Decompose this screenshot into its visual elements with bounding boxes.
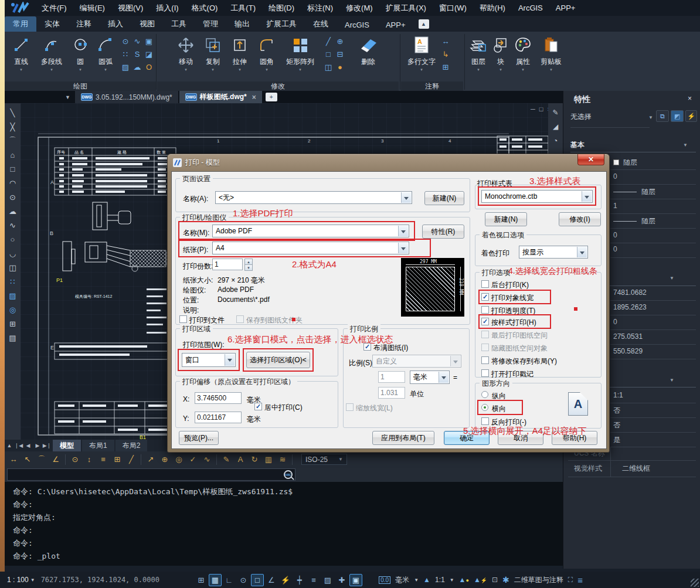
line-button[interactable]: 直线▾ [8, 34, 34, 72]
prop-geom-value[interactable]: 7481.0682 [613, 288, 647, 297]
scale-dropdown-icon[interactable]: ▼ [30, 577, 35, 583]
scale-denominator-input[interactable] [378, 387, 405, 399]
document-tab-2-active[interactable]: DWG 样板图纸.dwg* × [179, 91, 262, 103]
spline-tool-icon[interactable]: ∿ [9, 218, 16, 232]
dialog-close-button[interactable]: ✕ [577, 154, 604, 165]
sketch-icon[interactable]: S [131, 47, 143, 60]
erase-button[interactable]: 删除 [354, 34, 382, 67]
menu-draw[interactable]: 绘图(D) [262, 3, 301, 13]
chevron-down-icon[interactable]: ▼ [450, 577, 454, 583]
scale-numerator-input[interactable] [378, 371, 405, 383]
text-tool-icon[interactable]: ▤ [9, 331, 16, 345]
rect-array-button[interactable]: 矩形阵列▾ [280, 34, 320, 72]
prop-geom-value[interactable]: 275.0531 [613, 332, 643, 341]
stretch-button[interactable]: 拉伸▾ [227, 34, 252, 72]
copies-input[interactable] [212, 259, 243, 270]
selection-dropdown[interactable]: 无选择 [570, 112, 592, 122]
prop-lineweight-value[interactable]: 随层 [641, 216, 655, 226]
offset-y-input[interactable] [195, 412, 242, 423]
background-plot-checkbox[interactable] [481, 280, 489, 288]
dim-linear-icon[interactable]: ↔ [7, 455, 20, 464]
trim-icon[interactable]: ╱ [322, 35, 334, 47]
new-tab-icon[interactable]: + [266, 93, 277, 101]
properties-button[interactable]: 属性▾ [511, 34, 535, 72]
ribbon-tab-arcgis[interactable]: ArcGIS [337, 18, 378, 32]
ortho-toggle-icon[interactable]: ∟ [223, 574, 236, 586]
section-basic[interactable]: 基本 [570, 140, 585, 150]
menu-file[interactable]: 文件(F) [35, 3, 73, 13]
menu-edit[interactable]: 编辑(E) [73, 3, 111, 13]
transparency-toggle-icon[interactable]: ≡ [307, 574, 320, 586]
spline-icon[interactable]: ∿ [131, 35, 143, 47]
section-collapse-icon[interactable]: ▼ [670, 276, 674, 281]
prop-value[interactable]: 0 [613, 231, 617, 239]
toggle-pickadd-icon[interactable]: ⚡ [685, 110, 697, 122]
lineweight-toggle-icon[interactable]: ┿ [293, 574, 306, 586]
polar-toggle-icon[interactable]: ⊙ [237, 574, 250, 586]
save-changes-layout-checkbox[interactable] [481, 356, 489, 364]
arc-tool-icon[interactable]: ⌒ [9, 134, 16, 148]
apply-to-layout-button[interactable]: 应用到布局(T) [372, 431, 434, 445]
color-swatch[interactable] [613, 159, 619, 165]
search-box[interactable]: ABC [7, 468, 295, 481]
dim-space-icon[interactable]: ≋ [276, 455, 289, 464]
plot-transparency-checkbox[interactable] [481, 306, 489, 314]
dim-vertical-icon[interactable]: ↕ [83, 455, 96, 464]
ribbon-tab-view[interactable]: 视图 [131, 16, 163, 32]
move-button[interactable]: 移动▾ [174, 34, 198, 72]
cloud-tool-icon[interactable]: ☁ [9, 204, 16, 218]
annotation-scale-icon[interactable]: ▲ [423, 576, 430, 584]
ellipse-tool-icon[interactable]: ○ [11, 232, 15, 246]
section-collapse-icon[interactable]: ▼ [683, 142, 688, 148]
viewport-scale[interactable]: 1 : 100 [7, 576, 29, 584]
tab-close-icon[interactable]: × [252, 93, 256, 101]
command-line-panel[interactable]: 命令: C:\Users\hisetec\AppData\Local\Temp\… [5, 482, 563, 566]
prop-view-value[interactable]: 1:1 [613, 391, 623, 399]
layers-button[interactable]: 图层▾ [467, 34, 490, 72]
ribbon-tab-home[interactable]: 常用 [5, 16, 36, 32]
prop-visualstyle-value[interactable]: 二维线框 [622, 464, 650, 474]
quick-select-icon[interactable]: ◩ [671, 110, 684, 122]
select-objects-icon[interactable]: ⧉ [656, 110, 669, 122]
auto-scale-icon[interactable]: ▲⚡ [474, 576, 487, 584]
measure-icon[interactable]: ◔ [553, 134, 558, 148]
table-tool-icon[interactable]: ⊞ [9, 317, 16, 331]
prop-color-value[interactable]: 随层 [623, 158, 637, 168]
lineweight-badge[interactable]: 0.0 [379, 576, 390, 584]
document-tab-1[interactable]: DWG 3.05.192...150MM).dwg* [75, 91, 178, 103]
explode-icon[interactable]: ⊟ [334, 47, 346, 60]
align-triangles-icon[interactable]: ◢ [553, 120, 558, 134]
annotation-visibility-icon[interactable]: ▲● [459, 576, 469, 584]
prop-value[interactable]: 1 [613, 202, 617, 210]
leader-tool-icon[interactable]: ↗ [144, 455, 157, 464]
paperspace-last-checkbox[interactable] [481, 331, 489, 338]
hatch-icon[interactable]: ▨ [120, 60, 131, 73]
grid-toggle-icon[interactable]: ⊞ [195, 574, 208, 586]
menu-app-plus[interactable]: APP+ [549, 4, 582, 12]
dim-check-icon[interactable]: ✓ [186, 455, 199, 464]
osnap-toggle-icon[interactable]: □ [251, 574, 264, 586]
break-icon[interactable]: ● [334, 60, 346, 73]
gear-icon[interactable]: ✱ [502, 575, 509, 584]
menu-help[interactable]: 帮助(H) [473, 3, 512, 13]
tab-layout2[interactable]: 布局2 [115, 440, 148, 452]
ellipse-arc-tool-icon[interactable]: ◡ [9, 246, 16, 260]
copy-button[interactable]: 复制▾ [201, 34, 225, 72]
xline-tool-icon[interactable]: ╳ [11, 120, 15, 134]
dim-update-icon[interactable]: ↻ [248, 455, 261, 464]
scale-dropdown[interactable]: 自定义 [372, 355, 461, 368]
prev-layout-icon[interactable]: ◀ [23, 443, 33, 448]
annotate-pen-icon[interactable]: ✎ [552, 106, 558, 120]
menu-express[interactable]: 扩展工具(X) [379, 3, 433, 13]
ribbon-collapse-icon[interactable]: ▲ [419, 19, 429, 29]
menu-window[interactable]: 窗口(W) [433, 3, 473, 13]
offset-icon[interactable]: □ [322, 47, 334, 60]
search-input[interactable] [8, 471, 284, 479]
polyline-button[interactable]: 多段线▾ [35, 34, 68, 72]
snap-toggle-icon[interactable]: ▦ [209, 574, 222, 586]
portrait-radio[interactable] [481, 391, 488, 398]
dim-continue-icon[interactable]: ⊞ [111, 455, 124, 464]
plot-to-file-checkbox[interactable] [179, 315, 187, 323]
region-icon[interactable]: ▣ [143, 35, 155, 47]
dynamic-ucs-icon[interactable]: ▣ [349, 574, 362, 586]
